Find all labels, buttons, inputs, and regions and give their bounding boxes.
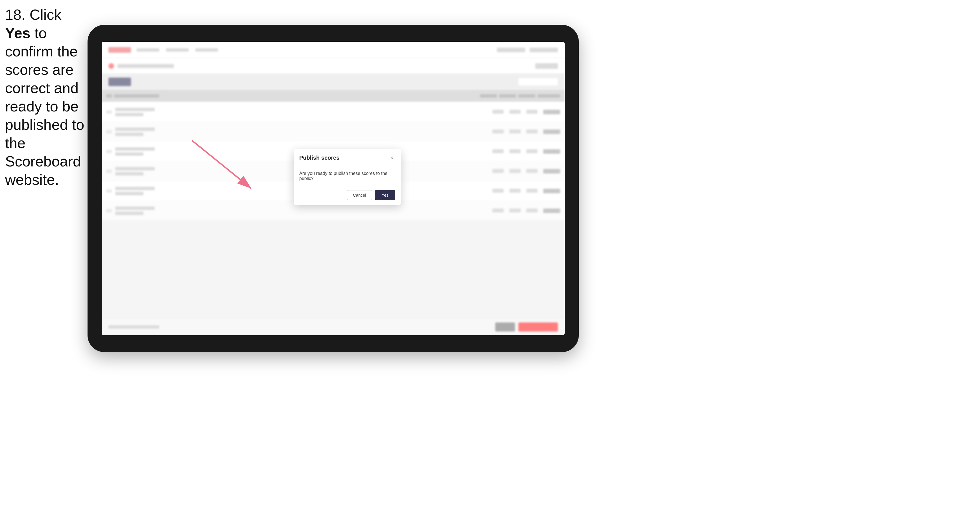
instruction-text: 18. Click Yes to confirm the scores are … [5, 6, 87, 189]
instruction-prefix: Click [25, 6, 61, 23]
modal-body: Are you ready to publish these scores to… [294, 165, 401, 187]
tablet-screen: Publish scores × Are you ready to publis… [102, 42, 565, 335]
yes-button[interactable]: Yes [375, 190, 395, 200]
modal-title: Publish scores [299, 155, 339, 161]
publish-scores-dialog: Publish scores × Are you ready to publis… [294, 149, 401, 205]
tablet-frame: Publish scores × Are you ready to publis… [88, 25, 579, 352]
instruction-suffix: to confirm the scores are correct and re… [5, 25, 84, 188]
modal-footer: Cancel Yes [294, 187, 401, 205]
step-number: 18. [5, 6, 25, 23]
modal-close-button[interactable]: × [388, 154, 395, 161]
instruction-bold: Yes [5, 25, 30, 41]
modal-header: Publish scores × [294, 149, 401, 165]
cancel-button[interactable]: Cancel [347, 190, 372, 200]
modal-overlay: Publish scores × Are you ready to publis… [102, 42, 565, 335]
